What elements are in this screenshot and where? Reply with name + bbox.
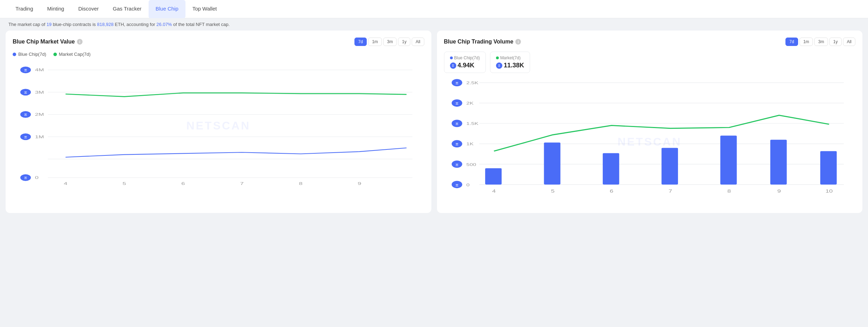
svg-text:Ξ: Ξ <box>455 142 458 146</box>
svg-text:4M: 4M <box>35 68 44 72</box>
bar-4 <box>720 136 737 185</box>
svg-text:2K: 2K <box>466 101 474 106</box>
right-chart-stats: Blue Chip(7d) Ξ 4.94K Market(7d) Ξ 11.38… <box>444 52 856 73</box>
right-chart-title: Blue Chip Trading Volume i <box>444 39 521 45</box>
info-text-after: of the total NFT market cap. <box>172 22 230 27</box>
svg-text:Ξ: Ξ <box>455 81 458 85</box>
left-filter-all[interactable]: All <box>412 38 424 46</box>
svg-text:0: 0 <box>466 182 469 187</box>
legend-market-cap-label: Market Cap(7d) <box>59 52 91 57</box>
svg-text:Ξ: Ξ <box>455 183 458 187</box>
stat-box-market: Market(7d) Ξ 11.38K <box>490 52 530 73</box>
eth-amount: 818,928 <box>97 22 113 27</box>
svg-text:6: 6 <box>181 181 185 186</box>
svg-text:4: 4 <box>64 181 68 186</box>
nav-discover[interactable]: Discover <box>71 0 106 18</box>
legend-blue-chip-label: Blue Chip(7d) <box>18 52 46 57</box>
svg-text:6: 6 <box>609 189 613 194</box>
info-text-mid1: blue-chip contracts is <box>52 22 97 27</box>
svg-text:Ξ: Ξ <box>24 113 27 116</box>
left-chart-svg: Ξ 4M Ξ 3M Ξ 2M Ξ 1M Ξ 0 4 5 6 7 8 <box>13 62 424 189</box>
right-chart-header: Blue Chip Trading Volume i 7d 1m 3m 1y A… <box>444 38 856 46</box>
svg-text:Ξ: Ξ <box>24 135 27 139</box>
legend-market-cap-dot <box>53 53 57 56</box>
svg-text:5: 5 <box>551 189 554 194</box>
right-chart-info-icon[interactable]: i <box>515 39 521 45</box>
svg-text:2M: 2M <box>35 112 44 117</box>
nav-minting[interactable]: Minting <box>40 0 71 18</box>
svg-text:8: 8 <box>299 181 302 186</box>
stat-value-blue-chip: Ξ 4.94K <box>450 62 480 69</box>
charts-row: Blue Chip Market Value i 7d 1m 3m 1y All… <box>0 31 868 219</box>
bar-2 <box>602 153 619 185</box>
svg-text:9: 9 <box>777 189 781 194</box>
left-filter-3m[interactable]: 3m <box>383 38 397 46</box>
svg-text:2.5K: 2.5K <box>466 81 478 85</box>
svg-text:Ξ: Ξ <box>455 163 458 166</box>
svg-text:Ξ: Ξ <box>455 102 458 105</box>
svg-text:Ξ: Ξ <box>24 91 27 94</box>
info-bar: The market cap of 19 blue-chip contracts… <box>0 18 868 31</box>
stat-label-market: Market(7d) <box>496 55 524 60</box>
svg-text:7: 7 <box>240 181 244 186</box>
legend-blue-chip: Blue Chip(7d) <box>13 52 46 57</box>
svg-text:Ξ: Ξ <box>24 69 27 72</box>
bar-1 <box>544 142 560 185</box>
legend-market-cap: Market Cap(7d) <box>53 52 91 57</box>
right-filter-1y[interactable]: 1y <box>829 38 842 46</box>
bar-5 <box>770 140 787 185</box>
svg-text:9: 9 <box>358 181 361 186</box>
svg-text:1K: 1K <box>466 142 474 146</box>
nav-gas-tracker[interactable]: Gas Tracker <box>106 0 149 18</box>
svg-text:3M: 3M <box>35 90 44 94</box>
left-chart-area: NETSCAN Ξ 4M Ξ 3M Ξ 2M Ξ <box>13 62 424 189</box>
info-text-mid2: ETH, accounting for <box>113 22 156 27</box>
svg-text:Ξ: Ξ <box>455 122 458 126</box>
stat-label-blue-chip: Blue Chip(7d) <box>450 55 480 60</box>
left-chart-header: Blue Chip Market Value i 7d 1m 3m 1y All <box>13 38 424 46</box>
bar-0 <box>485 168 502 184</box>
left-filter-1m[interactable]: 1m <box>368 38 382 46</box>
svg-text:Ξ: Ξ <box>24 176 27 180</box>
stat-dot-green <box>496 56 499 59</box>
right-chart-time-filters: 7d 1m 3m 1y All <box>785 38 855 46</box>
svg-text:1.5K: 1.5K <box>466 121 478 126</box>
nav-trading[interactable]: Trading <box>8 0 40 18</box>
nav-top-wallet[interactable]: Top Wallet <box>185 0 224 18</box>
eth-icon-green: Ξ <box>496 62 502 69</box>
svg-text:0: 0 <box>35 175 39 180</box>
right-filter-all[interactable]: All <box>843 38 855 46</box>
right-chart-card: Blue Chip Trading Volume i 7d 1m 3m 1y A… <box>437 31 863 213</box>
left-chart-title: Blue Chip Market Value i <box>13 39 83 45</box>
eth-icon-blue: Ξ <box>450 62 456 69</box>
right-chart-svg: Ξ 2.5K Ξ 2K Ξ 1.5K Ξ 1K Ξ 500 Ξ 0 4 <box>444 79 856 205</box>
nav-bar: Trading Minting Discover Gas Tracker Blu… <box>0 0 868 18</box>
stat-value-market: Ξ 11.38K <box>496 62 524 69</box>
left-chart-time-filters: 7d 1m 3m 1y All <box>354 38 424 46</box>
right-filter-7d[interactable]: 7d <box>785 38 798 46</box>
left-chart-legend: Blue Chip(7d) Market Cap(7d) <box>13 52 424 57</box>
legend-blue-chip-dot <box>13 53 16 56</box>
nav-blue-chip[interactable]: Blue Chip <box>149 0 185 18</box>
stat-box-blue-chip: Blue Chip(7d) Ξ 4.94K <box>444 52 486 73</box>
left-chart-card: Blue Chip Market Value i 7d 1m 3m 1y All… <box>6 31 431 213</box>
right-chart-area: NETSCAN Ξ 2.5K Ξ 2K Ξ 1.5K <box>444 79 856 205</box>
bar-3 <box>661 148 678 185</box>
svg-text:10: 10 <box>825 189 833 194</box>
svg-text:7: 7 <box>668 189 672 194</box>
contracts-count: 19 <box>46 22 51 27</box>
svg-text:8: 8 <box>727 189 731 194</box>
stat-dot-blue <box>450 56 453 59</box>
info-text-before: The market cap of <box>8 22 46 27</box>
left-filter-1y[interactable]: 1y <box>398 38 410 46</box>
svg-text:1M: 1M <box>35 134 44 139</box>
svg-text:4: 4 <box>492 189 496 194</box>
left-chart-info-icon[interactable]: i <box>77 39 83 45</box>
bar-6 <box>820 151 837 185</box>
left-filter-7d[interactable]: 7d <box>354 38 367 46</box>
percent: 26.07% <box>156 22 172 27</box>
svg-text:500: 500 <box>466 162 476 167</box>
svg-text:5: 5 <box>123 181 126 186</box>
right-filter-3m[interactable]: 3m <box>814 38 828 46</box>
right-filter-1m[interactable]: 1m <box>800 38 813 46</box>
